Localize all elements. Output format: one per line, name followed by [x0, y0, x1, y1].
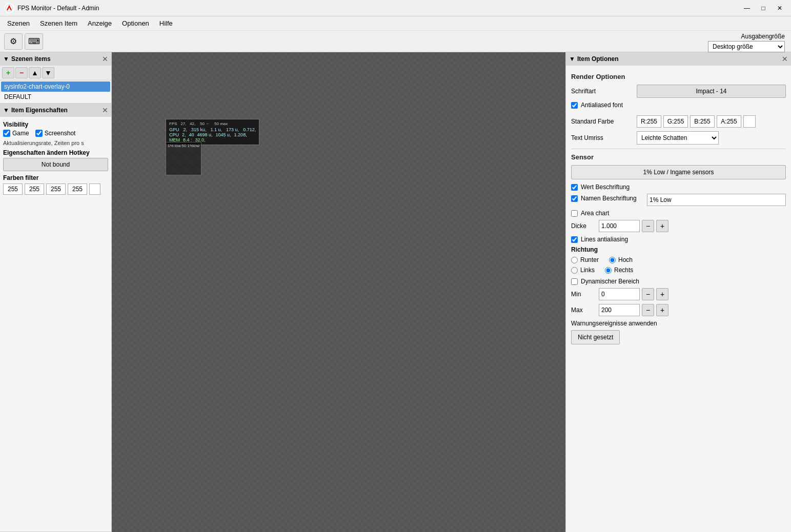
- farben-color-swatch: [89, 183, 100, 195]
- max-input[interactable]: [599, 304, 640, 316]
- menu-optionen[interactable]: Optionen: [117, 17, 154, 29]
- namen-beschriftung-label: Namen Beschriftung: [581, 195, 637, 202]
- antialias-checkbox[interactable]: [571, 102, 578, 109]
- farben-r[interactable]: [3, 183, 23, 195]
- item-optionen-title: Item Optionen: [577, 55, 619, 63]
- eigenschaften-title: Item Eigenschaften: [11, 107, 68, 114]
- gear-icon: ⚙: [10, 36, 17, 46]
- close-button[interactable]: ✕: [773, 3, 787, 13]
- game-checkbox-item: Game: [3, 130, 29, 137]
- move-down-button[interactable]: ▼: [42, 67, 54, 78]
- maximize-button[interactable]: □: [756, 3, 770, 13]
- richtung-radio-group: Runter Hoch Links: [571, 256, 786, 274]
- hoch-radio-item: Hoch: [609, 256, 633, 263]
- ausgabe-label: Ausgabengröße: [741, 33, 785, 40]
- dicke-input[interactable]: [599, 220, 640, 232]
- szenen-items-close[interactable]: ✕: [102, 55, 108, 63]
- list-item[interactable]: DEFAULT: [1, 92, 110, 102]
- richtung-label: Richtung: [571, 246, 786, 253]
- color-b-input[interactable]: [690, 115, 715, 128]
- richtung-section: Richtung Runter Hoch: [571, 246, 786, 274]
- add-item-button[interactable]: +: [2, 67, 14, 78]
- max-plus-button[interactable]: +: [656, 304, 668, 316]
- min-minus-button[interactable]: −: [642, 288, 654, 300]
- wert-beschriftung-checkbox[interactable]: [571, 184, 578, 191]
- menu-hilfe[interactable]: Hilfe: [154, 17, 178, 29]
- runter-radio-item: Runter: [571, 256, 599, 263]
- dicke-label: Dicke: [571, 222, 597, 230]
- color-g-input[interactable]: [663, 115, 688, 128]
- collapse-icon-3: ▼: [569, 55, 575, 63]
- aktualisierung-row: Aktualisierungsrate, Zeiten pro s: [3, 140, 108, 146]
- eigenschaften-body: Visibility Game Screenshot Aktualisierun: [0, 117, 111, 531]
- wert-beschriftung-row: Wert Beschriftung: [571, 183, 786, 191]
- hotkey-button[interactable]: Not bound: [3, 158, 108, 171]
- lines-antialias-label: Lines antialiasing: [581, 236, 628, 243]
- max-label: Max: [571, 306, 597, 314]
- dynamischer-bereich-checkbox[interactable]: [571, 278, 578, 285]
- keyboard-button[interactable]: ⌨: [25, 33, 43, 50]
- links-radio[interactable]: [571, 267, 578, 274]
- text-umriss-label: Text Umriss: [571, 134, 633, 141]
- remove-item-button[interactable]: −: [15, 67, 28, 78]
- minimize-button[interactable]: —: [740, 3, 754, 13]
- collapse-icon: ▼: [3, 55, 9, 63]
- radio-row-2: Links Rechts: [571, 267, 786, 274]
- szenen-items-header-left: ▼ Szenen items: [3, 55, 51, 63]
- farben-inputs: [3, 183, 108, 195]
- eigenschaften-close[interactable]: ✕: [102, 106, 108, 114]
- antialias-text: Antialiased font: [581, 101, 623, 109]
- links-radio-item: Links: [571, 267, 595, 274]
- move-up-button[interactable]: ▲: [29, 67, 41, 78]
- color-r-input[interactable]: [637, 115, 661, 128]
- list-item[interactable]: sysinfo2-chart-overlay-0: [1, 81, 110, 92]
- overlay-preview: FPS 27, 42, 50 ← 50 max GPU2,315 ku,1.1 …: [166, 119, 259, 145]
- render-optionen-title: Render Optionen: [571, 73, 786, 80]
- area-chart-row: Area chart: [571, 210, 786, 217]
- schriftart-label: Schriftart: [571, 88, 633, 95]
- min-input[interactable]: [599, 288, 640, 300]
- hotkey-label: Eigenschaften ändern Hotkey: [3, 149, 108, 156]
- farben-b[interactable]: [46, 183, 66, 195]
- right-panel-body: Render Optionen Schriftart Impact - 14 A…: [566, 66, 791, 349]
- item-optionen-close[interactable]: ✕: [782, 55, 788, 63]
- runter-radio[interactable]: [571, 257, 578, 263]
- min-plus-button[interactable]: +: [656, 288, 668, 300]
- namen-beschriftung-checkbox[interactable]: [571, 195, 578, 202]
- area-chart-checkbox[interactable]: [571, 210, 578, 217]
- menu-szenen[interactable]: Szenen: [2, 17, 35, 29]
- dicke-row: Dicke − +: [571, 220, 786, 232]
- farben-a[interactable]: [68, 183, 87, 195]
- min-row: Min − +: [571, 288, 786, 300]
- window-controls: — □ ✕: [740, 0, 787, 16]
- game-checkbox[interactable]: [3, 130, 10, 137]
- nicht-gesetzt-button[interactable]: Nicht gesetzt: [571, 330, 620, 344]
- max-minus-button[interactable]: −: [642, 304, 654, 316]
- sensor-title: Sensor: [571, 153, 786, 161]
- radio-row-1: Runter Hoch: [571, 256, 786, 263]
- ausgabe-section: Ausgabengröße Desktop größe: [708, 33, 785, 52]
- item-optionen-header-left: ▼ Item Optionen: [569, 55, 619, 63]
- dicke-minus-button[interactable]: −: [642, 220, 654, 232]
- menu-szenen-item[interactable]: Szenen Item: [35, 17, 83, 29]
- item-optionen-header: ▼ Item Optionen ✕: [566, 52, 791, 66]
- menu-anzeige[interactable]: Anzeige: [83, 17, 117, 29]
- sensor-button[interactable]: 1% Low / Ingame sensors: [571, 165, 786, 179]
- schriftart-button[interactable]: Impact - 14: [637, 85, 786, 98]
- hoch-radio[interactable]: [609, 257, 616, 263]
- hotkey-row: Eigenschaften ändern Hotkey Not bound: [3, 149, 108, 171]
- screenshot-checkbox[interactable]: [35, 130, 43, 137]
- canvas-area[interactable]: FPS 27, 42, 50 ← 50 max GPU2,315 ku,1.1 …: [112, 52, 565, 532]
- lines-antialias-checkbox[interactable]: [571, 236, 578, 243]
- rechts-radio[interactable]: [605, 267, 612, 274]
- ausgabe-select[interactable]: Desktop größe: [708, 41, 785, 52]
- dicke-plus-button[interactable]: +: [656, 220, 668, 232]
- farben-g[interactable]: [25, 183, 44, 195]
- text-umriss-select[interactable]: Leichte Schatten: [637, 131, 719, 145]
- color-a-input[interactable]: [717, 115, 741, 128]
- settings-button[interactable]: ⚙: [4, 33, 23, 50]
- eigenschaften-section: ▼ Item Eigenschaften ✕ Visibility Game: [0, 104, 111, 532]
- namen-beschriftung-input[interactable]: [647, 194, 786, 206]
- right-panel: ▼ Item Optionen ✕ Render Optionen Schrif…: [565, 52, 791, 532]
- fps-row: GPU2,315 ku,1.1 u,173 u,0.712,: [169, 127, 256, 132]
